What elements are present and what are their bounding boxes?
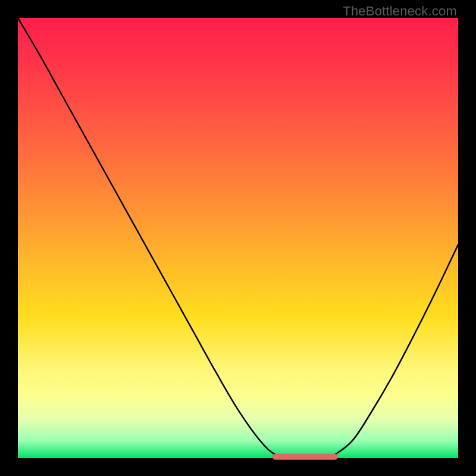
bottleneck-curve-path (18, 18, 458, 458)
curve-svg (18, 18, 458, 458)
plot-area (18, 18, 458, 458)
watermark-text: TheBottleneck.com (343, 4, 457, 19)
chart-frame: TheBottleneck.com (0, 0, 476, 476)
